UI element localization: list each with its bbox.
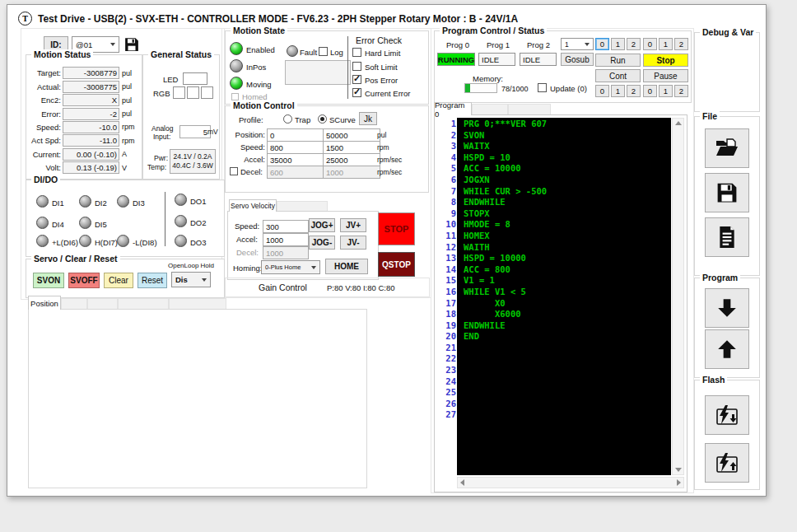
reset-button[interactable]: Reset (137, 273, 167, 288)
save-id-button[interactable] (124, 37, 139, 52)
run-digit-1[interactable]: 1 (611, 38, 625, 50)
file-save-button[interactable] (705, 173, 749, 212)
code-line[interactable]: 27 (436, 409, 673, 421)
clear-button[interactable]: Clear (104, 273, 133, 288)
code-line[interactable]: 2SVON (436, 130, 673, 142)
homing-select[interactable]: 0-Plus Home (261, 260, 320, 274)
cont-digit-1[interactable]: 1 (611, 85, 625, 97)
code-line[interactable]: 9STOPX (436, 208, 673, 220)
speed-field-2[interactable]: 1500 (323, 141, 380, 154)
pause-button[interactable]: Pause (643, 69, 688, 82)
code-line[interactable]: 15V1 = 1 (436, 275, 673, 287)
file-new-button[interactable] (705, 217, 749, 257)
motion-status-row-value[interactable]: -3008775 (63, 81, 119, 93)
accel-field-1[interactable]: 35000 (267, 153, 324, 166)
code-line[interactable]: 22 (436, 353, 673, 365)
log-checkbox[interactable] (319, 47, 328, 56)
qstop-button[interactable]: QSTOP (378, 252, 415, 277)
stop-digit-1[interactable]: 1 (659, 38, 673, 50)
pause-digit-2[interactable]: 2 (674, 85, 688, 97)
analog-input-field[interactable]: 5 (179, 125, 211, 138)
code-line[interactable]: 13HSPD = 10000 (436, 253, 673, 264)
program-editor[interactable]: 1PRG 0;***VER 607 2SVON 3WAITX 4HSPD = 1… (434, 114, 687, 492)
position-field-1[interactable]: 0 (267, 128, 324, 142)
scroll-down-icon[interactable] (675, 468, 682, 472)
code-line[interactable]: 10HMODE = 8 (436, 219, 673, 231)
horizontal-scrollbar[interactable] (457, 477, 684, 488)
code-line[interactable]: 14ACC = 800 (436, 264, 673, 276)
code-line[interactable]: 5ACC = 10000 (436, 163, 673, 175)
code-line[interactable]: 3WAITX (436, 141, 673, 152)
code-line[interactable]: 25 (436, 387, 673, 399)
code-line[interactable]: 7WHILE CUR > -500 (436, 186, 673, 198)
pause-digit-0[interactable]: 0 (643, 85, 657, 97)
current-error-checkbox[interactable] (352, 88, 361, 97)
motion-status-row-value[interactable]: 0.13 (-0.19) (63, 161, 119, 174)
run-button[interactable]: Run (595, 54, 641, 67)
trap-radio[interactable] (283, 114, 292, 124)
tab-program-0[interactable]: Program 0 (434, 102, 472, 115)
motion-status-row-value[interactable]: -10.0 (63, 121, 119, 133)
scroll-right-icon[interactable] (677, 479, 681, 486)
vertical-scrollbar[interactable] (672, 118, 684, 475)
accel-field-2[interactable]: 25000 (323, 153, 380, 166)
hard-limit-checkbox[interactable] (352, 48, 361, 57)
svon-button[interactable]: SVON (33, 273, 64, 288)
jog-minus-button[interactable]: JOG- (309, 236, 335, 250)
program-upload-button[interactable] (705, 329, 749, 369)
decel-field-1[interactable]: 600 (267, 166, 324, 179)
scroll-up-icon[interactable] (675, 121, 682, 125)
program-download-button[interactable] (705, 288, 749, 328)
scroll-left-icon[interactable] (460, 479, 464, 486)
do2-led[interactable] (175, 215, 187, 227)
home-button[interactable]: HOME (325, 259, 368, 274)
tab-program-blank-1[interactable] (472, 104, 508, 115)
code-line[interactable]: 16WHILE V1 < 5 (436, 287, 673, 298)
jk-button[interactable]: Jk (359, 112, 377, 125)
motion-status-row-value[interactable]: -2 (63, 108, 119, 120)
code-line[interactable]: 20END (436, 331, 673, 343)
code-line[interactable]: 8ENDWHILE (436, 197, 673, 208)
code-line[interactable]: 11HOMEX (436, 231, 673, 242)
sv-decel-field[interactable]: 1000 (263, 246, 309, 259)
code-lines[interactable]: 1PRG 0;***VER 607 2SVON 3WAITX 4HSPD = 1… (436, 119, 673, 421)
jv-plus-button[interactable]: JV+ (340, 218, 366, 232)
svoff-button[interactable]: SVOFF (68, 273, 100, 288)
code-line[interactable]: 24 (436, 376, 673, 388)
jog-plus-button[interactable]: JOG+ (309, 218, 335, 232)
position-field-2[interactable]: 50000 (323, 128, 380, 142)
flash-read-button[interactable] (705, 443, 749, 483)
pause-digit-1[interactable]: 1 (659, 85, 673, 97)
stop-program-button[interactable]: Stop (643, 54, 688, 67)
tab-position[interactable]: Position (28, 296, 61, 310)
tab-blank-1[interactable] (61, 298, 87, 310)
code-line[interactable]: 1PRG 0;***VER 607 (436, 119, 673, 130)
code-line[interactable]: 23 (436, 365, 673, 376)
update-checkbox[interactable] (538, 83, 547, 92)
gosub-button[interactable]: Gosub (561, 53, 594, 66)
decel-checkbox[interactable] (230, 167, 238, 175)
decel-field-2[interactable]: 1000 (323, 166, 380, 179)
tab-blank-4[interactable] (169, 298, 226, 310)
code-line[interactable]: 19ENDWHILE (436, 320, 673, 332)
tab-servo-velocity[interactable]: Servo Velocity (229, 199, 277, 212)
do1-led[interactable] (175, 194, 187, 206)
homed-checkbox[interactable] (231, 93, 239, 100)
cont-digit-2[interactable]: 2 (627, 85, 641, 97)
run-digit-2[interactable]: 2 (627, 38, 641, 50)
stop-button[interactable]: STOP (378, 212, 415, 245)
motion-status-row-value[interactable]: 0.00 (-0.10) (63, 148, 119, 161)
motion-status-row-value[interactable]: X (63, 94, 119, 106)
jv-minus-button[interactable]: JV- (340, 236, 366, 250)
motion-status-row-value[interactable]: -3008779 (63, 67, 119, 79)
openloop-select[interactable]: Dis (171, 272, 211, 287)
motion-status-row-value[interactable]: -11.0 (63, 134, 119, 147)
pos-error-checkbox[interactable] (352, 75, 361, 84)
code-line[interactable]: 21 (436, 343, 673, 354)
cont-button[interactable]: Cont (595, 69, 641, 82)
code-line[interactable]: 4HSPD = 10 (436, 152, 673, 164)
stop-digit-0[interactable]: 0 (643, 38, 657, 50)
speed-field-1[interactable]: 800 (267, 141, 324, 154)
do3-led[interactable] (175, 235, 187, 247)
gosub-select[interactable]: 1 (561, 38, 594, 50)
